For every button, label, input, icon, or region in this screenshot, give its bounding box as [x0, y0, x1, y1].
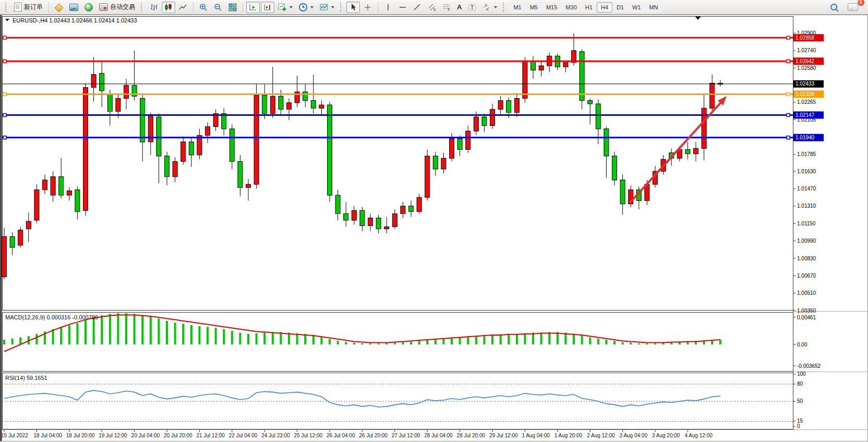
macd-bar — [125, 313, 127, 344]
timeframe-m30[interactable]: M30 — [561, 2, 581, 13]
line-handle[interactable] — [3, 92, 6, 95]
fibonacci-button[interactable]: F — [440, 2, 453, 13]
text-label-button[interactable]: T — [465, 2, 479, 13]
macd-bar — [150, 317, 152, 344]
news-button[interactable] — [82, 2, 95, 13]
time-tick-label: 2 Aug 12:00 — [587, 433, 615, 438]
timeframe-mn[interactable]: MN — [645, 2, 662, 13]
time-tick-label: 20 Jul 20:00 — [164, 433, 192, 438]
text-label-icon: T — [468, 3, 476, 11]
auto-trading-label: 自动交易 — [110, 3, 135, 11]
toolbar-grip[interactable] — [503, 3, 506, 12]
new-chart-button[interactable] — [275, 2, 295, 13]
macd-bar — [19, 338, 21, 345]
candlestick-chart-button[interactable] — [162, 2, 175, 13]
notifications-button[interactable]: 1 — [845, 2, 861, 13]
trendline-button[interactable] — [411, 2, 424, 13]
cursor-button[interactable] — [346, 2, 360, 13]
line-handle[interactable] — [3, 136, 6, 139]
timeframe-w1[interactable]: W1 — [628, 2, 645, 13]
candle — [222, 114, 226, 129]
horizontal-line-button[interactable] — [396, 2, 409, 13]
price-badge-label: 1.01940 — [795, 135, 815, 140]
market-watch-button[interactable] — [67, 2, 81, 13]
macd-tick-label: -0.003652 — [797, 363, 821, 369]
time-tick-label: 4 Aug 12:00 — [684, 433, 713, 438]
chart-shift-button[interactable] — [261, 2, 274, 13]
time-tick-label: 18 Jul 04:00 — [33, 433, 62, 438]
macd-bar — [573, 334, 575, 344]
vertical-line-button[interactable] — [381, 2, 395, 13]
macd-bar — [329, 339, 331, 344]
periods-button[interactable] — [296, 2, 316, 13]
time-tick-label: 24 Jul 23:00 — [261, 433, 290, 438]
line-chart-button[interactable] — [176, 2, 190, 13]
macd-bar — [320, 337, 322, 344]
macd-bar — [101, 315, 103, 344]
time-tick-label: 22 Jul 04:00 — [229, 433, 258, 438]
tile-windows-button[interactable] — [226, 2, 239, 13]
candle — [83, 88, 88, 211]
time-tick-label: 28 Jul 04:00 — [424, 433, 453, 438]
new-order-button[interactable]: 新订单 — [11, 2, 45, 13]
candle — [401, 206, 405, 214]
timeframe-d1[interactable]: D1 — [612, 2, 628, 13]
toolbar-grip[interactable] — [141, 3, 144, 12]
price-chart[interactable]: 1.029001.027401.025801.022651.021051.017… — [0, 15, 868, 442]
macd-bar — [247, 334, 249, 344]
auto-scroll-button[interactable] — [246, 2, 260, 13]
rsi-tick-label: 80 — [797, 381, 803, 387]
macd-bar — [166, 321, 168, 344]
search-button[interactable] — [828, 2, 840, 13]
candle — [514, 99, 519, 113]
zoom-out-button[interactable] — [211, 2, 225, 13]
toolbar-grip[interactable] — [5, 3, 8, 12]
templates-button[interactable] — [317, 2, 337, 13]
profiles-button[interactable] — [52, 2, 66, 13]
macd-bar — [52, 329, 54, 344]
crosshair-button[interactable] — [361, 2, 375, 13]
line-handle[interactable] — [3, 59, 6, 63]
text-button[interactable]: A — [454, 2, 464, 13]
candle — [10, 236, 15, 247]
toolbar-grip[interactable] — [340, 3, 343, 12]
line-handle[interactable] — [787, 36, 790, 39]
timeframe-m15[interactable]: M15 — [542, 2, 561, 13]
line-handle[interactable] — [787, 92, 790, 95]
rsi-panel[interactable] — [3, 373, 793, 429]
bar-chart-button[interactable] — [147, 2, 161, 13]
candle — [409, 206, 414, 211]
time-tick-label: 28 Jul 20:00 — [457, 433, 486, 438]
zoom-in-button[interactable] — [197, 2, 210, 13]
macd-bar — [719, 340, 721, 344]
macd-bar — [93, 317, 95, 344]
macd-bar — [524, 333, 526, 344]
timeframe-m5[interactable]: M5 — [526, 2, 542, 13]
line-handle[interactable] — [787, 59, 790, 63]
line-handle[interactable] — [3, 36, 6, 39]
chart-window[interactable]: 1.029001.027401.025801.022651.021051.017… — [0, 15, 868, 442]
equidistant-channel-button[interactable]: E — [425, 2, 439, 13]
trendline-icon — [413, 3, 421, 11]
candle — [596, 104, 600, 129]
timeframe-h1[interactable]: H1 — [581, 2, 597, 13]
line-handle[interactable] — [3, 114, 6, 117]
auto-trading-button[interactable]: 自动交易 — [97, 2, 138, 13]
macd-bar — [467, 337, 469, 344]
macd-bar — [239, 332, 241, 344]
candle — [685, 150, 690, 154]
market-watch-icon — [69, 4, 78, 11]
timeframe-m1[interactable]: M1 — [509, 2, 525, 13]
macd-bar — [410, 341, 412, 344]
fibonacci-icon: F — [442, 3, 451, 11]
candle — [124, 86, 129, 99]
channel-icon: E — [428, 3, 436, 11]
arrows-tool-button[interactable] — [480, 2, 500, 13]
line-handle[interactable] — [787, 136, 790, 139]
price-tick-label: 1.02265 — [797, 99, 816, 105]
macd-bar — [516, 334, 518, 344]
candle — [694, 148, 698, 153]
separator — [49, 2, 49, 13]
line-handle[interactable] — [787, 114, 790, 117]
timeframe-h4[interactable]: H4 — [597, 2, 612, 13]
